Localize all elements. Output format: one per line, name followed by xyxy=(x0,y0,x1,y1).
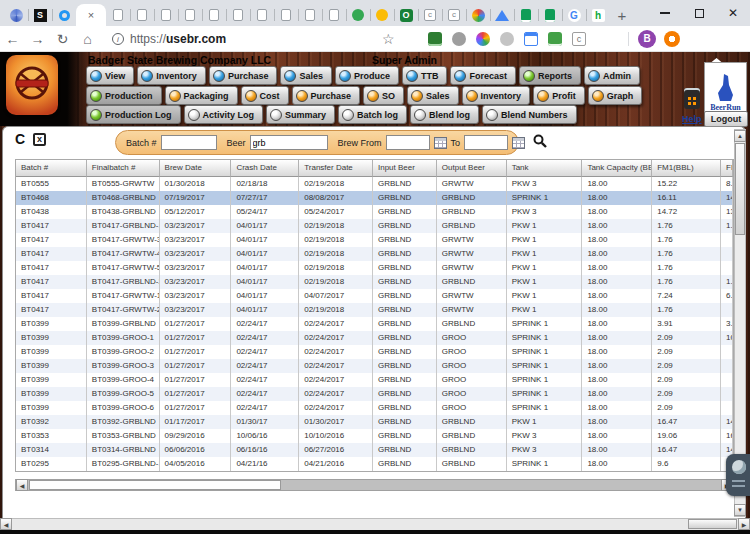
table-row[interactable]: BT0314BT0314-GRBLND06/06/201606/16/1606/… xyxy=(16,443,733,457)
page-horizontal-scrollbar[interactable]: ◀ ▶ xyxy=(0,518,750,530)
nav-inventory[interactable]: Inventory xyxy=(137,66,206,85)
browser-tab[interactable] xyxy=(298,4,322,26)
table-row[interactable]: BT0417BT0417-GRWTW-403/23/201704/01/1702… xyxy=(16,247,733,261)
table-scroll-thumb[interactable] xyxy=(29,480,281,490)
nav-profit[interactable]: Profit xyxy=(533,86,585,105)
browser-tab[interactable] xyxy=(466,4,490,26)
close-panel-icon[interactable]: x xyxy=(33,133,46,146)
browser-tab[interactable] xyxy=(250,4,274,26)
nav-view[interactable]: View xyxy=(86,66,134,85)
browser-tab[interactable] xyxy=(514,4,538,26)
calendar-icon-from[interactable] xyxy=(434,137,447,149)
column-header[interactable]: Transfer Date xyxy=(299,160,373,177)
nav-sales[interactable]: Sales xyxy=(280,66,332,85)
nav-activity-log[interactable]: Activity Log xyxy=(184,105,264,124)
table-row[interactable]: BT0417BT0417-GRBLND-203/23/201704/01/170… xyxy=(16,275,733,289)
to-input[interactable] xyxy=(464,135,508,150)
column-header[interactable]: Brew Date xyxy=(160,160,232,177)
table-row[interactable]: BT0468BT0468-GRBLND07/19/201707/27/1708/… xyxy=(16,191,733,205)
beer-filter-input[interactable] xyxy=(250,135,328,150)
browser-tab[interactable] xyxy=(106,4,130,26)
table-row[interactable]: BT0399BT0399-GROO-501/27/201702/24/1702/… xyxy=(16,387,733,401)
column-header[interactable]: Finalbatch # xyxy=(87,160,160,177)
close-window-button[interactable]: ✕ xyxy=(716,0,750,26)
forward-icon[interactable]: → xyxy=(25,31,50,47)
minimize-button[interactable] xyxy=(648,0,682,26)
site-info-icon[interactable]: i xyxy=(112,33,124,45)
media-gray-extension-icon[interactable] xyxy=(452,32,466,46)
nav-purchase[interactable]: Purchase xyxy=(292,86,361,105)
browser-tab[interactable] xyxy=(274,4,298,26)
bookmark-star-icon[interactable]: ☆ xyxy=(382,31,395,47)
table-row[interactable]: BT0417BT0417-GRWTW-503/23/201704/01/1702… xyxy=(16,261,733,275)
table-row[interactable]: BT0417BT0417-GRBLND-103/23/201704/01/170… xyxy=(16,219,733,233)
table-row[interactable]: BT0438BT0438-GRBLND05/12/201705/24/1705/… xyxy=(16,205,733,219)
home-icon[interactable]: ⌂ xyxy=(75,31,100,47)
nav-inventory[interactable]: Inventory xyxy=(462,86,531,105)
table-row[interactable]: BT0417BT0417-GRWTW-203/23/201704/01/1702… xyxy=(16,303,733,317)
table-row[interactable]: BT0399BT0399-GROO-101/27/201702/24/1702/… xyxy=(16,331,733,345)
logout-button[interactable]: Logout xyxy=(704,111,748,127)
nav-produce[interactable]: Produce xyxy=(335,66,399,85)
nav-graph[interactable]: Graph xyxy=(588,86,643,105)
column-header[interactable]: Batch # xyxy=(16,160,87,177)
profile-avatar[interactable]: B xyxy=(638,30,656,48)
robot-green-extension-icon[interactable] xyxy=(428,32,442,46)
mail-green-extension-icon[interactable] xyxy=(548,32,562,46)
circle-gray-extension-icon[interactable] xyxy=(500,32,514,46)
nav-reports[interactable]: Reports xyxy=(519,66,581,85)
column-header[interactable]: Crash Date xyxy=(231,160,299,177)
table-row[interactable]: BT0295BT0295-GRBLND-104/05/201604/21/160… xyxy=(16,457,733,471)
nav-cost[interactable]: Cost xyxy=(241,86,289,105)
browser-tab[interactable]: G xyxy=(562,4,586,26)
nav-summary[interactable]: Summary xyxy=(266,105,335,124)
nav-blend-log[interactable]: Blend log xyxy=(410,105,479,124)
browser-tab[interactable]: c xyxy=(418,4,442,26)
browser-tab[interactable] xyxy=(538,4,562,26)
browser-tab[interactable] xyxy=(346,4,370,26)
table-row[interactable]: BT0353BT0353-GRBLND09/29/201610/06/1610/… xyxy=(16,429,733,443)
browser-update-icon[interactable] xyxy=(664,31,680,47)
nav-production[interactable]: Production xyxy=(86,86,162,105)
back-icon[interactable]: ← xyxy=(0,31,25,47)
table-row[interactable]: BT0555BT0555-GRWTW01/30/201802/18/1802/1… xyxy=(16,177,733,191)
column-header[interactable]: Tank xyxy=(507,160,583,177)
color-wheel-extension-icon[interactable] xyxy=(476,32,490,46)
window-blue-extension-icon[interactable] xyxy=(524,32,538,46)
nav-packaging[interactable]: Packaging xyxy=(165,86,238,105)
scroll-down-icon[interactable]: ▼ xyxy=(734,504,746,516)
table-row[interactable]: BT0417BT0417-GRWTW-103/23/201704/01/1704… xyxy=(16,289,733,303)
new-tab-button[interactable]: + xyxy=(610,4,634,26)
nav-purchase[interactable]: Purchase xyxy=(209,66,278,85)
browser-tab[interactable] xyxy=(4,4,28,26)
nav-forecast[interactable]: Forecast xyxy=(450,66,516,85)
browser-tab[interactable] xyxy=(490,4,514,26)
table-row[interactable]: BT0392BT0392-GRBLND01/17/201701/30/1701/… xyxy=(16,415,733,429)
browser-tab[interactable] xyxy=(130,4,154,26)
c-box-extension-icon[interactable]: c xyxy=(572,32,586,46)
table-row[interactable]: BT0399BT0399-GRBLND01/27/201702/24/1702/… xyxy=(16,317,733,331)
browser-tab[interactable]: S xyxy=(28,4,52,26)
table-row[interactable]: BT0399BT0399-GROO-301/27/201702/24/1702/… xyxy=(16,359,733,373)
nav-batch-log[interactable]: Batch log xyxy=(338,105,407,124)
browser-tab[interactable]: O xyxy=(394,4,418,26)
browser-tab[interactable] xyxy=(226,4,250,26)
browser-tab[interactable] xyxy=(202,4,226,26)
scroll-up-icon[interactable]: ▲ xyxy=(734,130,746,142)
nav-sales[interactable]: Sales xyxy=(407,86,459,105)
help-link[interactable]: Help xyxy=(682,114,702,124)
batch-filter-input[interactable] xyxy=(161,135,217,150)
table-row[interactable]: BT0399BT0399-GROO-201/27/201702/24/1702/… xyxy=(16,345,733,359)
brew-from-input[interactable] xyxy=(386,135,430,150)
column-header[interactable]: FM xyxy=(721,160,733,177)
active-tab[interactable]: × xyxy=(76,4,106,26)
browser-tab[interactable] xyxy=(322,4,346,26)
column-header[interactable]: Output Beer xyxy=(437,160,507,177)
table-row[interactable]: BT0399BT0399-GROO-601/27/201702/24/1702/… xyxy=(16,401,733,415)
refresh-icon[interactable]: C xyxy=(15,131,25,147)
table-row[interactable]: BT0399BT0399-GROO-401/27/201702/24/1702/… xyxy=(16,373,733,387)
browser-tab[interactable] xyxy=(370,4,394,26)
nav-so[interactable]: SO xyxy=(363,86,404,105)
browser-tab[interactable]: c xyxy=(442,4,466,26)
page-scroll-thumb[interactable] xyxy=(688,519,737,529)
